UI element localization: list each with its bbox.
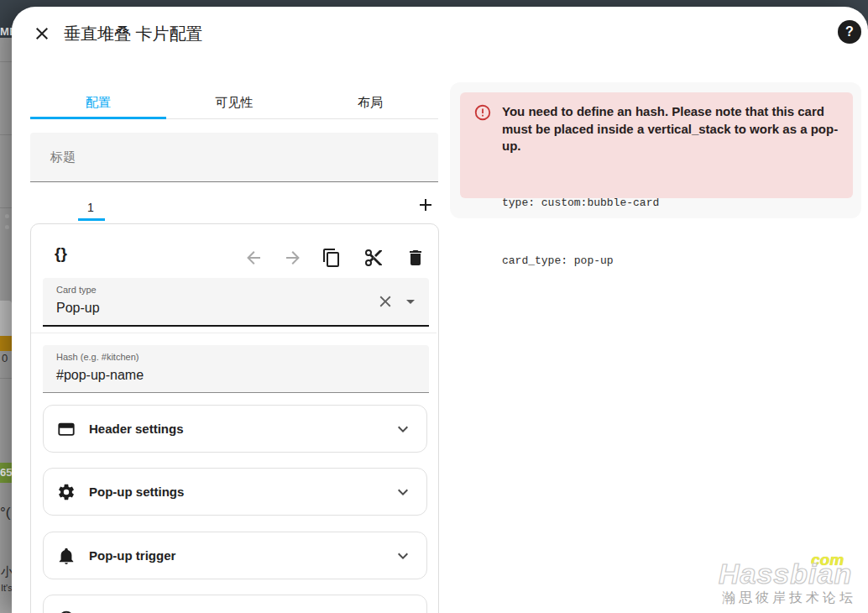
background-divider: [0, 207, 12, 208]
background-badge-green: 65: [0, 463, 12, 483]
gear-icon: [57, 483, 76, 501]
help-icon: ?: [845, 24, 854, 39]
open-dropdown-button[interactable]: [400, 291, 421, 312]
card-type-select[interactable]: Card type Pop-up: [43, 278, 429, 327]
chevron-down-caret-icon: [400, 291, 421, 312]
panel-label: Pop-up trigger: [89, 548, 175, 563]
clear-icon: [376, 292, 395, 311]
active-tab-underline: [30, 117, 166, 119]
stack-title-label: 标题: [50, 133, 438, 181]
alert-code-line: card_type: pop-up: [502, 251, 659, 270]
card-config-dialog: 垂直堆叠 卡片配置 ? 配置 可见性 布局 标题 1 {}: [12, 7, 868, 613]
chevron-down-icon: [393, 609, 413, 613]
background-dot: [5, 225, 9, 229]
dialog-tab-bar: 配置 可见性 布局: [30, 86, 438, 118]
card-preview: You need to define an hash. Please note …: [450, 82, 861, 218]
editor-divider: [31, 333, 437, 333]
tab-visibility[interactable]: 可见性: [166, 86, 302, 118]
card-tab-underline: [78, 218, 105, 221]
background-divider: [0, 378, 12, 379]
chevron-down-icon: [393, 482, 413, 502]
chevron-down-icon: [393, 419, 413, 439]
arrow-left-icon: [243, 248, 264, 268]
redo-button: [282, 247, 304, 269]
background-text-fragment: It's: [1, 583, 13, 593]
watermark-brand: Hassbian: [719, 558, 852, 590]
undo-button: [243, 247, 264, 269]
card-type-value: Pop-up: [56, 301, 100, 316]
hash-value: #pop-up-name: [56, 368, 144, 383]
alert-circle-icon: [473, 103, 492, 122]
watermark-subtitle: 瀚思彼岸技术论坛: [722, 589, 856, 607]
background-degree-fragment: °(: [0, 505, 10, 521]
copy-icon: [322, 248, 342, 268]
alert-message: You need to define an hash. Please note …: [502, 103, 855, 155]
close-button[interactable]: [30, 22, 54, 45]
plus-icon: [416, 195, 436, 215]
card-element-editor: {} Card type: [30, 223, 439, 613]
tab-config[interactable]: 配置: [30, 86, 166, 118]
background-badge-orange: [0, 336, 12, 351]
hash-input[interactable]: Hash (e.g. #kitchen) #pop-up-name: [43, 345, 429, 393]
panel-popup-trigger[interactable]: Pop-up trigger: [43, 532, 427, 579]
bell-icon: [57, 547, 76, 565]
panel-popup-styling[interactable]: Pop-up styling options: [43, 595, 427, 613]
scissors-icon: [363, 248, 384, 268]
help-button[interactable]: ?: [838, 20, 861, 44]
stack-title-input[interactable]: 标题: [30, 133, 438, 182]
hash-label: Hash (e.g. #kitchen): [56, 352, 139, 362]
tab-layout[interactable]: 布局: [302, 86, 438, 118]
arrow-right-icon: [283, 248, 303, 268]
copy-card-button[interactable]: [321, 247, 342, 269]
dialog-title: 垂直堆叠 卡片配置: [64, 22, 203, 45]
alert-code-line: type: custom:bubble-card: [502, 193, 659, 212]
card-type-label: Card type: [56, 285, 97, 295]
palette-icon: [57, 610, 76, 613]
background-dot: [5, 214, 9, 218]
header-layout-icon: [57, 420, 76, 438]
cut-card-button[interactable]: [363, 247, 384, 269]
background-divider: [0, 134, 12, 135]
add-card-button[interactable]: [414, 193, 437, 217]
chevron-down-icon: [393, 546, 413, 566]
delete-card-button[interactable]: [405, 247, 426, 269]
panel-popup-settings[interactable]: Pop-up settings: [43, 468, 427, 516]
trash-icon: [405, 248, 426, 268]
hash-warning-alert: You need to define an hash. Please note …: [460, 92, 853, 198]
panel-label: Pop-up settings: [89, 485, 184, 499]
panel-header-settings[interactable]: Header settings: [43, 405, 427, 453]
background-card-fragment: [0, 301, 12, 338]
close-icon: [32, 24, 52, 44]
card-tab-1[interactable]: 1: [61, 193, 120, 222]
clear-card-type-button[interactable]: [375, 291, 395, 312]
background-divider: [0, 61, 12, 62]
panel-label: Header settings: [89, 422, 184, 436]
yaml-editor-toggle-button[interactable]: {}: [55, 244, 67, 263]
background-value: 0: [2, 352, 8, 364]
